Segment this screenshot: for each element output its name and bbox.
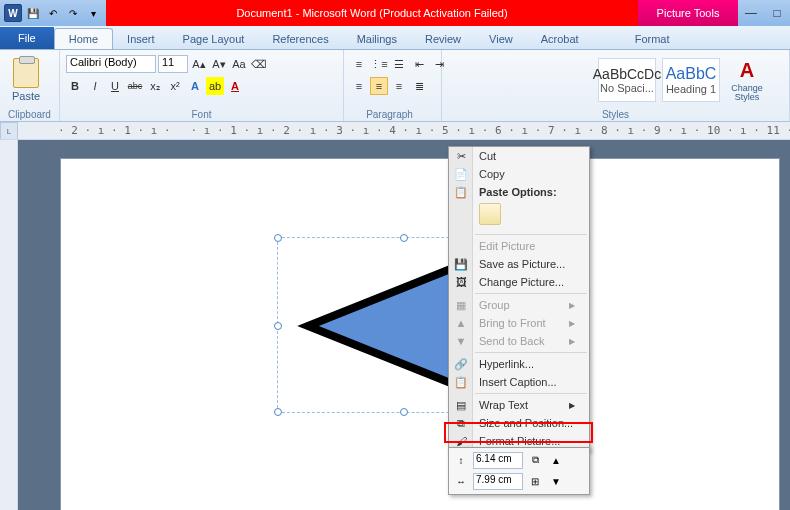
change-styles-label: Change Styles [726, 84, 768, 102]
group-styles: AaBbCcDc No Spaci... AaBbC Heading 1 A C… [442, 50, 790, 121]
superscript-button[interactable]: x² [166, 77, 184, 95]
quick-access-toolbar: W 💾 ↶ ↷ ▾ [0, 4, 106, 22]
bring-forward-icon[interactable]: ▲ [547, 451, 565, 469]
change-styles-button[interactable]: A Change Styles [726, 54, 768, 106]
font-size-select[interactable]: 11 [158, 55, 188, 73]
align-left-icon[interactable]: ≡ [350, 77, 368, 95]
tab-view[interactable]: View [475, 29, 527, 49]
send-back-icon: ▼ [453, 333, 469, 349]
justify-icon[interactable]: ≣ [410, 77, 428, 95]
group-paragraph-label: Paragraph [344, 108, 435, 121]
horizontal-ruler[interactable]: L · 2 · ı · 1 · ı · · ı · 1 · ı · 2 · ı … [0, 122, 790, 140]
context-menu: ✂Cut 📄Copy 📋Paste Options: Edit Picture … [448, 146, 590, 451]
tab-page-layout[interactable]: Page Layout [169, 29, 259, 49]
ctx-cut[interactable]: ✂Cut [449, 147, 589, 165]
size-pos-icon: ⧉ [453, 415, 469, 431]
tab-references[interactable]: References [258, 29, 342, 49]
group-clipboard-label: Clipboard [6, 108, 53, 121]
redo-icon[interactable]: ↷ [64, 4, 82, 22]
copy-icon: 📄 [453, 166, 469, 182]
window-title: Document1 - Microsoft Word (Product Acti… [106, 0, 638, 26]
clipboard-icon [13, 58, 39, 88]
numbering-icon[interactable]: ⋮≡ [370, 55, 388, 73]
send-backward-icon[interactable]: ▼ [547, 472, 565, 490]
ctx-send-to-back: ▼Send to Back▶ [449, 332, 589, 350]
caption-icon: 📋 [453, 374, 469, 390]
picture-width-input[interactable]: 7.99 cm [473, 473, 523, 490]
height-icon: ↕ [452, 451, 470, 469]
paste-icon: 📋 [453, 184, 469, 200]
subscript-button[interactable]: x₂ [146, 77, 164, 95]
tab-insert[interactable]: Insert [113, 29, 169, 49]
paste-label: Paste [12, 90, 40, 102]
highlight-button[interactable]: ab [206, 77, 224, 95]
undo-icon[interactable]: ↶ [44, 4, 62, 22]
ctx-size-and-position[interactable]: ⧉Size and Position... [449, 414, 589, 432]
shrink-font-icon[interactable]: A▾ [210, 55, 228, 73]
document-page[interactable] [60, 158, 780, 510]
ctx-copy[interactable]: 📄Copy [449, 165, 589, 183]
ctx-hyperlink[interactable]: 🔗Hyperlink... [449, 355, 589, 373]
wrap-text-icon: ▤ [453, 397, 469, 413]
app-icon[interactable]: W [4, 4, 22, 22]
italic-button[interactable]: I [86, 77, 104, 95]
paste-keep-formatting[interactable] [479, 203, 501, 225]
width-icon: ↔ [452, 472, 470, 490]
tab-acrobat[interactable]: Acrobat [527, 29, 593, 49]
underline-button[interactable]: U [106, 77, 124, 95]
ctx-edit-picture: Edit Picture [449, 237, 589, 255]
ctx-change-picture[interactable]: 🖼Change Picture... [449, 273, 589, 291]
picture-height-input[interactable]: 6.14 cm [473, 452, 523, 469]
bullets-icon[interactable]: ≡ [350, 55, 368, 73]
style-no-spacing[interactable]: AaBbCcDc No Spaci... [598, 58, 656, 102]
group-font-label: Font [66, 108, 337, 121]
position-icon[interactable]: ⊞ [526, 472, 544, 490]
group-clipboard: Paste Clipboard [0, 50, 60, 121]
ribbon-tabs: File Home Insert Page Layout References … [0, 26, 790, 50]
group-icon: ▦ [453, 297, 469, 313]
change-styles-icon: A [740, 59, 754, 82]
paste-button[interactable]: Paste [6, 54, 46, 106]
tab-home[interactable]: Home [54, 28, 113, 49]
picture-mini-toolbar: ↕ 6.14 cm ⧉ ▲ ↔ 7.99 cm ⊞ ▼ [448, 447, 590, 495]
ribbon: Paste Clipboard Calibri (Body) 11 A▴ A▾ … [0, 50, 790, 122]
change-picture-icon: 🖼 [453, 274, 469, 290]
qat-more-icon[interactable]: ▾ [84, 4, 102, 22]
change-case-icon[interactable]: Aa [230, 55, 248, 73]
document-area [0, 140, 790, 510]
picture-tools-contextual-tab-header: Picture Tools [638, 0, 738, 26]
multilevel-icon[interactable]: ☰ [390, 55, 408, 73]
save-picture-icon: 💾 [453, 256, 469, 272]
text-effects-icon[interactable]: A [186, 77, 204, 95]
dec-indent-icon[interactable]: ⇤ [410, 55, 428, 73]
align-right-icon[interactable]: ≡ [390, 77, 408, 95]
ctx-wrap-text[interactable]: ▤Wrap Text▶ [449, 396, 589, 414]
ctx-bring-to-front: ▲Bring to Front▶ [449, 314, 589, 332]
tab-file[interactable]: File [0, 27, 54, 49]
maximize-button[interactable]: □ [764, 0, 790, 26]
group-paragraph: ≡ ⋮≡ ☰ ⇤ ⇥ ≡ ≡ ≡ ≣ Paragraph [344, 50, 442, 121]
strike-button[interactable]: abc [126, 77, 144, 95]
vertical-ruler[interactable] [0, 140, 18, 510]
font-color-button[interactable]: A [226, 77, 244, 95]
tab-review[interactable]: Review [411, 29, 475, 49]
font-name-select[interactable]: Calibri (Body) [66, 55, 156, 73]
ctx-save-as-picture[interactable]: 💾Save as Picture... [449, 255, 589, 273]
style-heading-1[interactable]: AaBbC Heading 1 [662, 58, 720, 102]
tab-mailings[interactable]: Mailings [343, 29, 411, 49]
bring-front-icon: ▲ [453, 315, 469, 331]
group-styles-label: Styles [448, 108, 783, 121]
grow-font-icon[interactable]: A▴ [190, 55, 208, 73]
ctx-insert-caption[interactable]: 📋Insert Caption... [449, 373, 589, 391]
save-icon[interactable]: 💾 [24, 4, 42, 22]
align-center-icon[interactable]: ≡ [370, 77, 388, 95]
minimize-button[interactable]: — [738, 0, 764, 26]
crop-icon[interactable]: ⧉ [526, 451, 544, 469]
tab-format[interactable]: Format [621, 29, 684, 49]
ctx-paste-options-label: 📋Paste Options: [449, 183, 589, 201]
clear-format-icon[interactable]: ⌫ [250, 55, 268, 73]
ruler-tab-selector[interactable]: L [0, 122, 18, 140]
bold-button[interactable]: B [66, 77, 84, 95]
title-bar: W 💾 ↶ ↷ ▾ Document1 - Microsoft Word (Pr… [0, 0, 790, 26]
ctx-group: ▦Group▶ [449, 296, 589, 314]
